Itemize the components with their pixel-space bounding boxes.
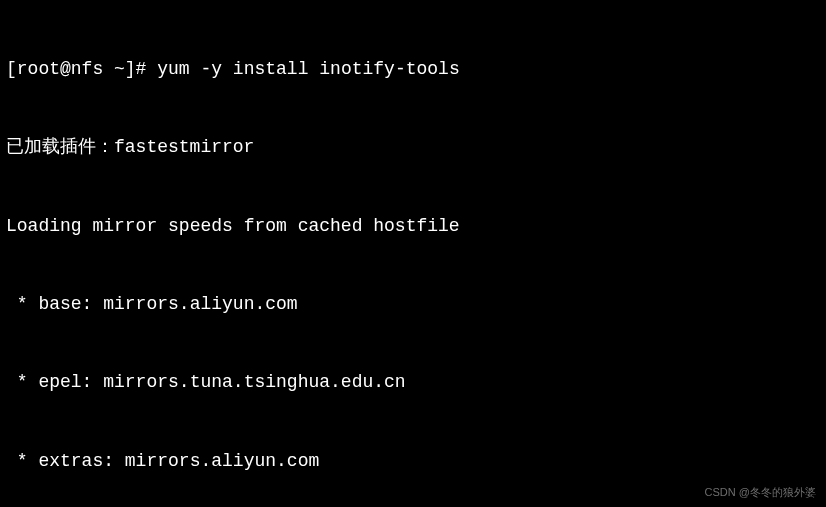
output-line: * base: mirrors.aliyun.com: [6, 291, 820, 317]
output-line: * extras: mirrors.aliyun.com: [6, 448, 820, 474]
terminal-output[interactable]: [root@nfs ~]# yum -y install inotify-too…: [6, 4, 820, 507]
shell-prompt: [root@nfs ~]#: [6, 59, 146, 79]
output-line: * epel: mirrors.tuna.tsinghua.edu.cn: [6, 369, 820, 395]
watermark-text: CSDN @冬冬的狼外婆: [705, 485, 816, 501]
output-line: Loading mirror speeds from cached hostfi…: [6, 213, 820, 239]
command-line: [root@nfs ~]# yum -y install inotify-too…: [6, 56, 820, 82]
output-line: 已加载插件：fastestmirror: [6, 134, 820, 160]
typed-command: yum -y install inotify-tools: [157, 59, 459, 79]
